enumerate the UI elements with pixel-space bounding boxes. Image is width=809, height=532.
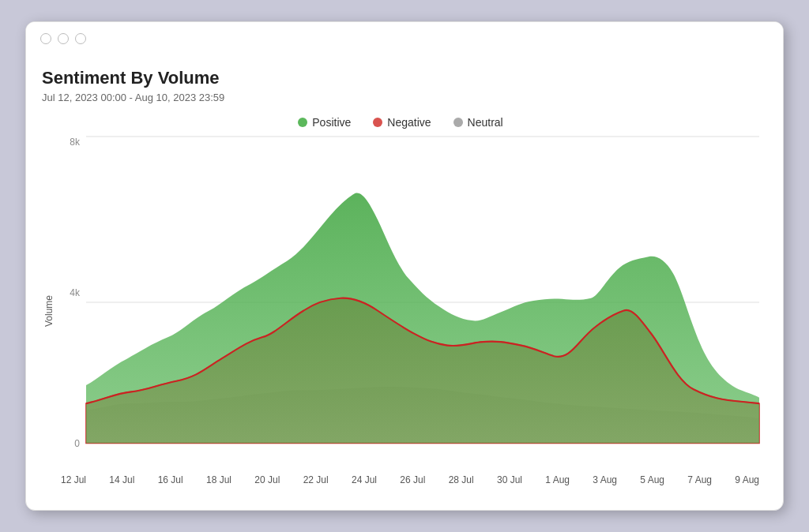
x-label-6: 24 Jul: [352, 474, 377, 485]
legend-neutral: Neutral: [453, 116, 503, 129]
legend-negative: Negative: [373, 116, 431, 129]
x-label-11: 3 Aug: [593, 474, 617, 485]
x-label-5: 22 Jul: [303, 474, 329, 485]
x-label-4: 20 Jul: [254, 474, 280, 485]
legend-dot-positive: [298, 118, 307, 127]
chart-inner: 8k 4k 0: [61, 137, 759, 485]
x-axis-labels: 12 Jul 14 Jul 16 Jul 18 Jul 20 Jul 22 Ju…: [61, 474, 759, 485]
legend-label-neutral: Neutral: [468, 116, 503, 129]
x-label-3: 18 Jul: [206, 474, 231, 485]
chart-svg: [86, 137, 759, 468]
window-btn-min[interactable]: [58, 33, 69, 44]
legend-label-negative: Negative: [387, 116, 431, 129]
window-btn-max[interactable]: [75, 33, 86, 44]
legend-label-positive: Positive: [312, 116, 351, 129]
x-label-14: 9 Aug: [735, 474, 759, 485]
x-label-7: 26 Jul: [400, 474, 425, 485]
legend-dot-neutral: [453, 118, 463, 127]
title-bar: [26, 22, 783, 52]
x-label-2: 16 Jul: [158, 474, 183, 485]
x-label-0: 12 Jul: [61, 474, 86, 485]
window-btn-close[interactable]: [40, 33, 51, 44]
y-ticks-and-svg: 8k 4k 0: [61, 137, 759, 471]
x-label-13: 7 Aug: [687, 474, 712, 485]
chart-area: Volume 8k 4k 0: [42, 137, 759, 485]
chart-legend: Positive Negative Neutral: [42, 116, 759, 129]
y-axis-label: Volume: [42, 137, 56, 485]
svg-wrap: [86, 137, 759, 471]
chart-subtitle: Jul 12, 2023 00:00 - Aug 10, 2023 23:59: [42, 92, 759, 103]
legend-dot-negative: [373, 118, 382, 127]
legend-positive: Positive: [298, 116, 351, 129]
y-ticks: 8k 4k 0: [61, 137, 86, 471]
chart-container: Sentiment By Volume Jul 12, 2023 00:00 -…: [26, 52, 783, 501]
x-label-9: 30 Jul: [497, 474, 522, 485]
app-window: Sentiment By Volume Jul 12, 2023 00:00 -…: [25, 21, 784, 511]
chart-title: Sentiment By Volume: [42, 68, 759, 88]
x-label-8: 28 Jul: [449, 474, 474, 485]
y-tick-0: 0: [61, 438, 80, 449]
x-label-12: 5 Aug: [640, 474, 664, 485]
y-tick-8k: 8k: [61, 137, 80, 148]
positive-area: [86, 193, 759, 443]
x-label-1: 14 Jul: [109, 474, 134, 485]
y-tick-4k: 4k: [61, 287, 80, 298]
x-label-10: 1 Aug: [545, 474, 570, 485]
